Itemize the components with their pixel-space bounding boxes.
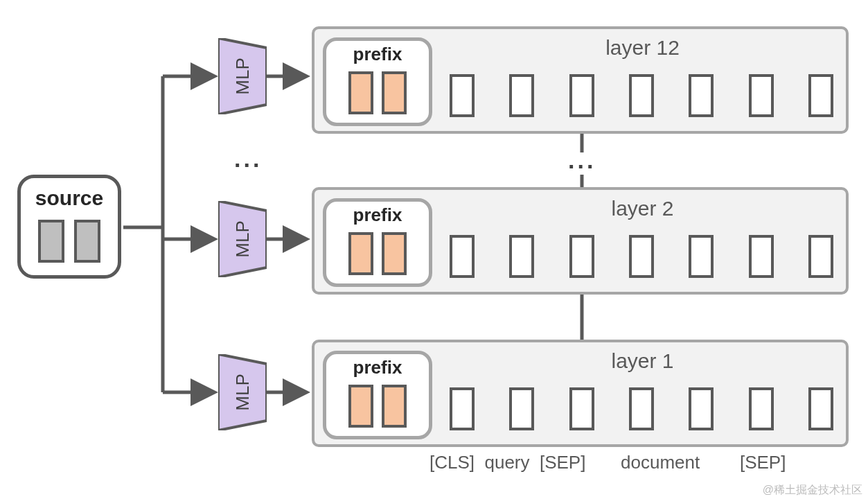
token-cell: [629, 74, 654, 117]
source-label: source: [21, 186, 118, 210]
token-row: [450, 235, 833, 278]
token-row: [450, 74, 833, 117]
prefix-cells: [326, 385, 429, 428]
diagram-stage: source MLP MLP MLP ... ... layer 12 pref…: [0, 0, 868, 499]
prefix-token: [348, 232, 373, 275]
token-cell: [749, 74, 774, 117]
token-cell: [629, 235, 654, 278]
prefix-token: [382, 71, 407, 114]
token-cell: [808, 74, 833, 117]
source-box: source: [17, 175, 121, 279]
token-cell: [509, 74, 534, 117]
token-cell: [689, 74, 714, 117]
prefix-label: prefix: [326, 204, 429, 226]
token-cell: [689, 387, 714, 430]
layer-12: layer 12 prefix: [312, 26, 849, 134]
prefix-box: prefix: [323, 37, 432, 126]
mlp-label: MLP: [204, 368, 281, 417]
token-row: [450, 387, 833, 430]
prefix-label: prefix: [326, 44, 429, 65]
mlp-label: MLP: [204, 52, 281, 100]
footer-token-labels: [CLS] query [SEP] document [SEP]: [429, 452, 786, 473]
mlp-block-bot: MLP: [218, 354, 267, 430]
prefix-cells: [326, 232, 429, 275]
mlp-label: MLP: [204, 215, 281, 263]
prefix-token: [382, 385, 407, 428]
prefix-label: prefix: [326, 357, 429, 378]
source-token: [38, 220, 64, 263]
prefix-cells: [326, 71, 429, 114]
token-cell: [450, 74, 475, 117]
token-cell: [808, 235, 833, 278]
prefix-box: prefix: [323, 198, 432, 287]
layer-title: layer 12: [453, 36, 832, 60]
prefix-token: [348, 71, 373, 114]
token-cell: [450, 235, 475, 278]
layer-title: layer 1: [453, 349, 832, 373]
token-cell: [569, 235, 594, 278]
source-token: [74, 220, 100, 263]
token-cell: [450, 387, 475, 430]
token-cell: [808, 387, 833, 430]
watermark: @稀土掘金技术社区: [763, 483, 862, 498]
source-cells: [21, 220, 118, 263]
prefix-token: [348, 385, 373, 428]
token-cell: [569, 74, 594, 117]
token-cell: [509, 387, 534, 430]
token-cell: [569, 387, 594, 430]
ellipsis-mlp: ...: [234, 146, 262, 173]
prefix-box: prefix: [323, 351, 432, 439]
prefix-token: [382, 232, 407, 275]
layer-title: layer 2: [453, 197, 832, 220]
layer-1: layer 1 prefix: [312, 340, 849, 447]
token-cell: [749, 235, 774, 278]
token-cell: [689, 235, 714, 278]
token-cell: [749, 387, 774, 430]
token-cell: [629, 387, 654, 430]
ellipsis-layers: ...: [568, 147, 596, 174]
mlp-block-top: MLP: [218, 38, 267, 114]
mlp-block-mid: MLP: [218, 201, 267, 277]
token-cell: [509, 235, 534, 278]
layer-2: layer 2 prefix: [312, 187, 849, 295]
